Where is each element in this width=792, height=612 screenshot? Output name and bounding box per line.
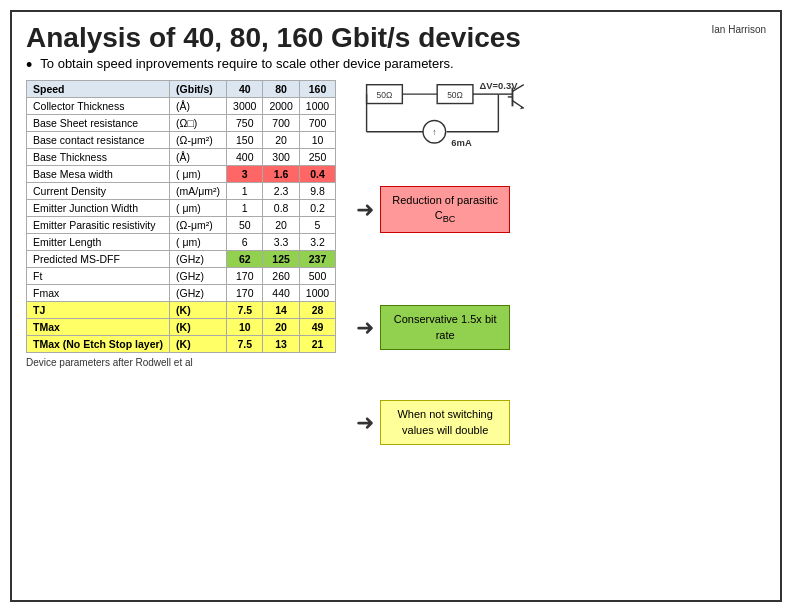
table-cell: 9.8 xyxy=(299,183,335,200)
callout-yellow-row: ➜ When not switching values will double xyxy=(356,400,510,445)
table-row: Emitter Parasitic resistivity(Ω-μm²)5020… xyxy=(27,217,336,234)
table-cell: 3 xyxy=(227,166,263,183)
table-cell: Fmax xyxy=(27,285,170,302)
table-cell: 1000 xyxy=(299,98,335,115)
svg-text:6mA: 6mA xyxy=(451,137,472,148)
table-cell: TMax (No Etch Stop layer) xyxy=(27,336,170,353)
table-cell: Ft xyxy=(27,268,170,285)
table-row: Collector Thickness(Å)300020001000 xyxy=(27,98,336,115)
table-row: Emitter Junction Width( μm)10.80.2 xyxy=(27,200,336,217)
table-cell: (K) xyxy=(170,319,227,336)
table-cell: (mA/μm²) xyxy=(170,183,227,200)
bullet-text: To obtain speed inprovements require to … xyxy=(40,56,453,71)
table-cell: 2.3 xyxy=(263,183,299,200)
table-cell: Base Mesa width xyxy=(27,166,170,183)
table-cell: 170 xyxy=(227,285,263,302)
table-cell: 750 xyxy=(227,115,263,132)
table-cell: 2000 xyxy=(263,98,299,115)
table-cell: 20 xyxy=(263,132,299,149)
left-section: Speed (Gbit/s) 40 80 160 Collector Thick… xyxy=(26,80,336,445)
svg-text:50Ω: 50Ω xyxy=(447,90,463,100)
page-title: Analysis of 40, 80, 160 Gbit/s devices xyxy=(26,22,766,54)
table-cell: 13 xyxy=(263,336,299,353)
table-cell: 237 xyxy=(299,251,335,268)
table-cell: 150 xyxy=(227,132,263,149)
table-cell: 5 xyxy=(299,217,335,234)
col-header-80: 80 xyxy=(263,81,299,98)
table-cell: 20 xyxy=(263,217,299,234)
table-row: Ft(GHz)170260500 xyxy=(27,268,336,285)
table-cell: 0.2 xyxy=(299,200,335,217)
col-header-unit: (Gbit/s) xyxy=(170,81,227,98)
table-cell: Base contact resistance xyxy=(27,132,170,149)
table-cell: Collector Thickness xyxy=(27,98,170,115)
table-cell: ( μm) xyxy=(170,166,227,183)
table-cell: 20 xyxy=(263,319,299,336)
table-cell: 300 xyxy=(263,149,299,166)
circuit-diagram: 50Ω 50Ω ΔV=0.3V xyxy=(356,80,556,160)
col-header-160: 160 xyxy=(299,81,335,98)
callout-green-arrow: ➜ xyxy=(356,315,374,341)
bullet-point: • To obtain speed inprovements require t… xyxy=(26,56,766,74)
table-row: TJ(K)7.51428 xyxy=(27,302,336,319)
table-cell: 3.3 xyxy=(263,234,299,251)
table-cell: Predicted MS-DFF xyxy=(27,251,170,268)
callout-green-text: Conservative 1.5x bit rate xyxy=(394,313,497,340)
table-cell: 10 xyxy=(227,319,263,336)
table-cell: 6 xyxy=(227,234,263,251)
table-cell: (GHz) xyxy=(170,268,227,285)
table-cell: (Ω□) xyxy=(170,115,227,132)
table-cell: 50 xyxy=(227,217,263,234)
table-cell: 125 xyxy=(263,251,299,268)
main-container: Analysis of 40, 80, 160 Gbit/s devices I… xyxy=(10,10,782,602)
table-row: Base Mesa width( μm)31.60.4 xyxy=(27,166,336,183)
table-row: Base Thickness(Å)400300250 xyxy=(27,149,336,166)
table-cell: (Ω-μm²) xyxy=(170,217,227,234)
bullet-icon: • xyxy=(26,56,32,74)
col-header-40: 40 xyxy=(227,81,263,98)
table-cell: (GHz) xyxy=(170,285,227,302)
table-cell: 28 xyxy=(299,302,335,319)
table-cell: 7.5 xyxy=(227,302,263,319)
footer-text: Device parameters after Rodwell et al xyxy=(26,357,336,368)
table-cell: 1.6 xyxy=(263,166,299,183)
table-cell: (GHz) xyxy=(170,251,227,268)
table-cell: 10 xyxy=(299,132,335,149)
table-row: Predicted MS-DFF(GHz)62125237 xyxy=(27,251,336,268)
table-cell: 170 xyxy=(227,268,263,285)
table-cell: 7.5 xyxy=(227,336,263,353)
callout-yellow-arrow: ➜ xyxy=(356,410,374,436)
table-cell: TJ xyxy=(27,302,170,319)
table-cell: Emitter Parasitic resistivity xyxy=(27,217,170,234)
table-cell: 700 xyxy=(299,115,335,132)
table-row: TMax(K)102049 xyxy=(27,319,336,336)
table-cell: 250 xyxy=(299,149,335,166)
table-cell: ( μm) xyxy=(170,234,227,251)
circuit-svg: 50Ω 50Ω ΔV=0.3V xyxy=(356,80,556,160)
params-table: Speed (Gbit/s) 40 80 160 Collector Thick… xyxy=(26,80,336,353)
table-cell: 260 xyxy=(263,268,299,285)
table-cell: 49 xyxy=(299,319,335,336)
table-cell: 500 xyxy=(299,268,335,285)
table-cell: Base Sheet resistance xyxy=(27,115,170,132)
table-row: Emitter Length( μm)63.33.2 xyxy=(27,234,336,251)
table-cell: 3000 xyxy=(227,98,263,115)
table-cell: (Å) xyxy=(170,149,227,166)
table-cell: TMax xyxy=(27,319,170,336)
callout-yellow-box: When not switching values will double xyxy=(380,400,510,445)
table-header-row: Speed (Gbit/s) 40 80 160 xyxy=(27,81,336,98)
table-cell: ( μm) xyxy=(170,200,227,217)
table-cell: 14 xyxy=(263,302,299,319)
author-label: Ian Harrison xyxy=(712,24,766,35)
col-header-param: Speed xyxy=(27,81,170,98)
table-cell: 1000 xyxy=(299,285,335,302)
callout-red-text: Reduction of parasitic CBC xyxy=(392,194,498,221)
table-row: Fmax(GHz)1704401000 xyxy=(27,285,336,302)
callout-yellow-text: When not switching values will double xyxy=(397,408,492,435)
table-row: Base contact resistance(Ω-μm²)1502010 xyxy=(27,132,336,149)
table-cell: (K) xyxy=(170,336,227,353)
table-cell: 700 xyxy=(263,115,299,132)
table-cell: 1 xyxy=(227,183,263,200)
table-cell: Emitter Length xyxy=(27,234,170,251)
callout-green-row: ➜ Conservative 1.5x bit rate xyxy=(356,305,510,350)
